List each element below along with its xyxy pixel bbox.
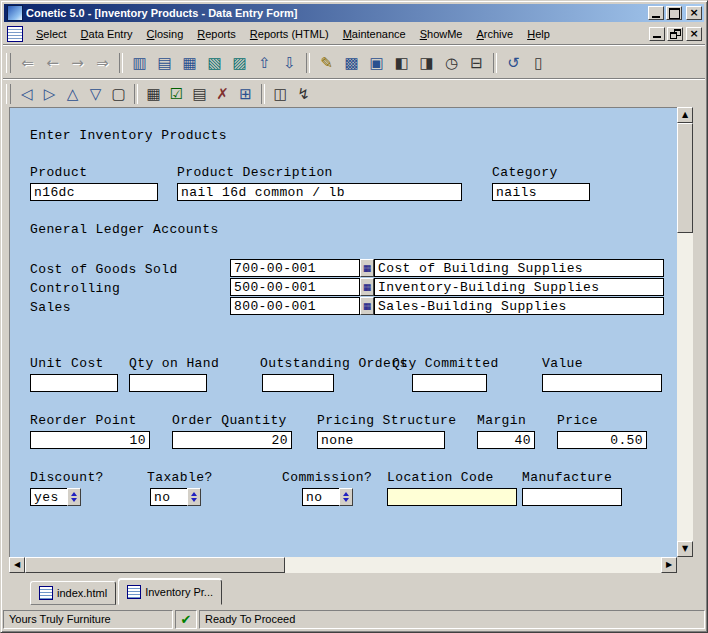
vertical-scrollbar[interactable]: ▲ ▼: [677, 107, 693, 557]
order-quantity-input[interactable]: [172, 431, 292, 449]
nav-back-button[interactable]: ←: [40, 51, 65, 75]
gl-sales-lookup-button[interactable]: ▦: [360, 297, 374, 315]
edit-record-button[interactable]: ✎: [314, 51, 339, 75]
horizontal-scroll-thumb[interactable]: [25, 557, 285, 573]
nav-back-icon: ←: [46, 56, 59, 71]
gl-cogs-account-input[interactable]: [230, 259, 360, 277]
price-input[interactable]: [557, 431, 647, 449]
taxable-input[interactable]: [150, 488, 188, 506]
horizontal-scrollbar[interactable]: ◀ ▶: [9, 557, 677, 573]
record-down-button[interactable]: ▽: [84, 83, 107, 105]
commission-spinner[interactable]: [339, 488, 353, 506]
product-input[interactable]: [30, 183, 158, 201]
qty-on-hand-input[interactable]: [129, 374, 207, 392]
history-button[interactable]: ◷: [439, 51, 464, 75]
reorder-point-input[interactable]: [30, 431, 150, 449]
close-button[interactable]: ×: [686, 6, 702, 20]
gl-cogs-lookup-button[interactable]: ▦: [360, 259, 374, 277]
taxable-spinner[interactable]: [187, 488, 201, 506]
scroll-up-button[interactable]: ▲: [677, 107, 693, 123]
record-up-button[interactable]: △: [61, 83, 84, 105]
page-up-button[interactable]: ⇧: [252, 51, 277, 75]
pricing-structure-input[interactable]: [317, 431, 445, 449]
spin-down-icon: [71, 498, 77, 502]
record-new-button[interactable]: ▢: [107, 83, 130, 105]
nav-first-button[interactable]: ⇐: [15, 51, 40, 75]
record-prev-button[interactable]: ◁: [15, 83, 38, 105]
help-topics-button[interactable]: ▯: [526, 51, 551, 75]
page-down-button[interactable]: ⇩: [277, 51, 302, 75]
menu-reports[interactable]: Reports: [190, 25, 243, 43]
menu-data-entry[interactable]: Data Entry: [74, 25, 140, 43]
menu-archive[interactable]: Archive: [469, 25, 520, 43]
menu-help[interactable]: Help: [520, 25, 557, 43]
gl-controlling-account-input[interactable]: [230, 278, 360, 296]
gl-controlling-description-input[interactable]: [374, 278, 664, 296]
validate-button[interactable]: ☑: [165, 83, 188, 105]
order-quantity-label: Order Quantity: [172, 413, 287, 428]
toolbar-separator: [119, 53, 123, 73]
product-description-input[interactable]: [177, 183, 462, 201]
maximize-button[interactable]: [666, 6, 682, 20]
discount-spinner[interactable]: [67, 488, 81, 506]
scroll-left-button[interactable]: ◀: [9, 557, 25, 573]
toolbar-grip[interactable]: [6, 53, 11, 73]
tab-index-html[interactable]: index.html: [30, 581, 116, 605]
margin-input[interactable]: [477, 431, 535, 449]
child-restore-button[interactable]: [667, 27, 683, 41]
gl-controlling-lookup-button[interactable]: ▦: [360, 278, 374, 296]
manufacture-input[interactable]: [522, 488, 622, 506]
browse-records-button[interactable]: ▤: [152, 51, 177, 75]
menu-select[interactable]: Select: [29, 25, 74, 43]
table-view-button[interactable]: ▦: [142, 83, 165, 105]
tile-windows-button[interactable]: ◧: [389, 51, 414, 75]
query-record-button[interactable]: ▦: [177, 51, 202, 75]
vertical-scroll-thumb[interactable]: [677, 123, 693, 233]
scroll-right-button[interactable]: ▶: [661, 557, 677, 573]
gl-cogs-description-input[interactable]: [374, 259, 664, 277]
delete-record-button[interactable]: ✗: [211, 83, 234, 105]
nav-forward-icon: →: [71, 56, 84, 71]
child-close-button[interactable]: ×: [686, 27, 702, 41]
help-topics-icon: ▯: [534, 56, 542, 71]
toolbar-grip[interactable]: [6, 84, 11, 104]
cascade-windows-button[interactable]: ◨: [414, 51, 439, 75]
sort-records-button[interactable]: ▧: [202, 51, 227, 75]
nav-first-icon: ⇐: [21, 56, 34, 71]
minimize-button[interactable]: [648, 6, 664, 20]
tab-inventory-products[interactable]: Inventory Pr...: [118, 579, 222, 605]
gl-sales-account-input[interactable]: [230, 297, 360, 315]
menu-closing[interactable]: Closing: [140, 25, 191, 43]
record-next-button[interactable]: ▷: [38, 83, 61, 105]
unit-cost-input[interactable]: [30, 374, 118, 392]
calculator-button[interactable]: ⊞: [234, 83, 257, 105]
child-minimize-button[interactable]: [649, 27, 665, 41]
spin-up-icon: [71, 492, 77, 496]
outstanding-orders-input[interactable]: [262, 374, 334, 392]
qty-committed-input[interactable]: [412, 374, 487, 392]
copy-record-button[interactable]: ▩: [339, 51, 364, 75]
execute-button[interactable]: ↯: [292, 83, 315, 105]
paste-record-button[interactable]: ▣: [364, 51, 389, 75]
menu-reports-html[interactable]: Reports (HTML): [243, 25, 336, 43]
menu-showme[interactable]: ShowMe: [413, 25, 470, 43]
category-input[interactable]: [492, 183, 590, 201]
title-bar[interactable]: Conetic 5.0 - [Inventory Products - Data…: [4, 4, 704, 22]
filter-records-button[interactable]: ▨: [227, 51, 252, 75]
discount-input[interactable]: [30, 488, 68, 506]
page-up-icon: ⇧: [258, 56, 271, 71]
report-view-button[interactable]: ▤: [188, 83, 211, 105]
spin-down-icon: [191, 498, 197, 502]
refresh-button[interactable]: ↺: [501, 51, 526, 75]
location-code-input[interactable]: [387, 488, 517, 506]
commission-input[interactable]: [302, 488, 340, 506]
scroll-down-button[interactable]: ▼: [677, 541, 693, 557]
value-input[interactable]: [542, 374, 662, 392]
nav-forward-button[interactable]: →: [65, 51, 90, 75]
nav-last-button[interactable]: ⇒: [90, 51, 115, 75]
find-record-button[interactable]: ▥: [127, 51, 152, 75]
gl-sales-description-input[interactable]: [374, 297, 664, 315]
menu-maintenance[interactable]: Maintenance: [336, 25, 413, 43]
grid-view-button[interactable]: ◫: [269, 83, 292, 105]
print-button[interactable]: ⊟: [464, 51, 489, 75]
